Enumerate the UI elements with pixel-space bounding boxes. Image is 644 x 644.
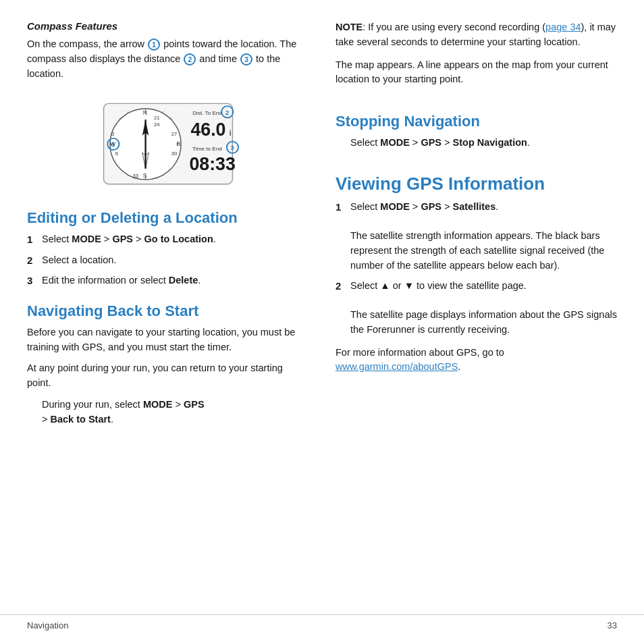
svg-text:Time to End: Time to End xyxy=(192,146,221,152)
svg-text:6: 6 xyxy=(115,151,117,157)
note-section: NOTE: If you are using every second reco… xyxy=(336,20,617,95)
compass-text-1: On the compass, the arrow xyxy=(27,38,144,49)
svg-text:3: 3 xyxy=(230,144,234,151)
garmin-link[interactable]: www.garmin.com/aboutGPS xyxy=(336,361,458,372)
svg-text:30: 30 xyxy=(171,151,176,157)
stopping-title: Stopping Navigation xyxy=(336,113,617,130)
svg-text:S: S xyxy=(142,172,146,179)
svg-text:33: 33 xyxy=(132,173,138,179)
note-link[interactable]: page 34 xyxy=(545,22,581,32)
svg-text:2: 2 xyxy=(225,109,228,116)
editing-step-3-num: 3 xyxy=(27,273,42,289)
viewing-step-1-desc: The satellite strength information appea… xyxy=(350,230,604,271)
editing-step-1-num: 1 xyxy=(27,232,42,248)
editing-step-1-content: Select MODE > GPS > Go to Location. xyxy=(42,232,308,247)
circle-1: 1 xyxy=(148,38,160,51)
svg-text:Dist. To End: Dist. To End xyxy=(192,110,222,116)
viewing-step-2-content: Select ▲ or ▼ to view the satellite page… xyxy=(350,279,617,338)
circle-3: 3 xyxy=(240,53,252,65)
nav-back-indented: During your run, select MODE > GPS > Bac… xyxy=(42,398,308,427)
svg-text:08:33: 08:33 xyxy=(189,154,235,174)
viewing-title: Viewing GPS Information xyxy=(336,173,617,194)
svg-text:N: N xyxy=(142,109,146,116)
svg-text:27: 27 xyxy=(171,131,176,137)
viewing-step-1-num: 1 xyxy=(336,200,350,215)
footer-page-number: 33 xyxy=(608,620,617,630)
nav-back-section: Navigating Back to Start Before you can … xyxy=(27,296,308,433)
compass-image: N E W S xyxy=(27,100,308,188)
viewing-step-2: 2 Select ▲ or ▼ to view the satellite pa… xyxy=(336,279,617,338)
editing-steps: 1 Select MODE > GPS > Go to Location. 2 … xyxy=(27,232,308,289)
viewing-footer: For more information about GPS, go to ww… xyxy=(336,346,617,375)
compass-features-title: Compass Features xyxy=(27,20,308,32)
viewing-step-1-content: Select MODE > GPS > Satellites. The sate… xyxy=(350,200,617,273)
note-text-1: : If you are using every second recordin… xyxy=(363,22,545,32)
page-footer: Navigation 33 xyxy=(0,614,644,630)
viewing-step-1: 1 Select MODE > GPS > Satellites. The sa… xyxy=(336,200,617,273)
note-body: NOTE: If you are using every second reco… xyxy=(336,20,617,50)
editing-title: Editing or Deleting a Location xyxy=(27,209,308,227)
editing-step-2-num: 2 xyxy=(27,253,42,269)
viewing-steps: 1 Select MODE > GPS > Satellites. The sa… xyxy=(336,200,617,338)
svg-text:24: 24 xyxy=(154,122,160,128)
compass-features-section: Compass Features On the compass, the arr… xyxy=(27,20,308,88)
svg-text:46.0: 46.0 xyxy=(190,119,225,140)
compass-features-body: On the compass, the arrow 1 points towar… xyxy=(27,37,308,81)
viewing-step-2-desc: The satellite page displays information … xyxy=(350,309,617,335)
editing-section: Editing or Deleting a Location 1 Select … xyxy=(27,203,308,296)
editing-step-2-content: Select a location. xyxy=(42,253,308,268)
nav-back-title: Navigating Back to Start xyxy=(27,302,308,320)
stopping-instruction: Select MODE > GPS > Stop Navigation. xyxy=(350,136,617,151)
viewing-step-2-num: 2 xyxy=(336,279,350,294)
svg-text:i: i xyxy=(229,128,231,138)
circle-2: 2 xyxy=(184,53,196,65)
editing-step-1: 1 Select MODE > GPS > Go to Location. xyxy=(27,232,308,248)
editing-step-3: 3 Edit the information or select Delete. xyxy=(27,273,308,289)
note-para2: The map appears. A line appears on the m… xyxy=(336,58,617,88)
viewing-section: Viewing GPS Information 1 Select MODE > … xyxy=(336,167,617,381)
nav-back-para2: At any point during your run, you can re… xyxy=(27,361,308,391)
compass-text-3: and time xyxy=(199,53,237,64)
svg-text:3: 3 xyxy=(111,131,114,137)
svg-text:21: 21 xyxy=(154,115,159,121)
svg-text:1: 1 xyxy=(111,141,115,149)
footer-section-label: Navigation xyxy=(27,620,68,630)
note-label: NOTE xyxy=(336,22,363,32)
editing-step-3-content: Edit the information or select Delete. xyxy=(42,273,308,288)
nav-back-para1: Before you can navigate to your starting… xyxy=(27,325,308,355)
stopping-section: Stopping Navigation Select MODE > GPS > … xyxy=(336,106,617,156)
editing-step-2: 2 Select a location. xyxy=(27,253,308,269)
